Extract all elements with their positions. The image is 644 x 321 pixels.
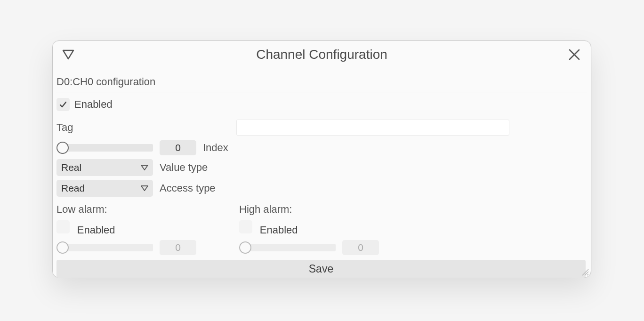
value-type-selected: Real xyxy=(61,162,81,173)
close-icon[interactable] xyxy=(568,48,580,61)
svg-marker-0 xyxy=(63,50,73,59)
high-alarm-header-col: High alarm: xyxy=(239,203,422,216)
low-alarm-enabled-checkbox[interactable] xyxy=(56,220,70,233)
high-alarm-header: High alarm: xyxy=(239,203,292,215)
access-type-row: Read Access type xyxy=(56,180,587,197)
resize-grip-icon[interactable] xyxy=(580,267,589,275)
low-alarm-enabled-label: Enabled xyxy=(77,224,115,236)
value-type-row: Real Value type xyxy=(56,159,587,176)
check-icon xyxy=(59,100,67,109)
low-alarm-header-col: Low alarm: xyxy=(56,203,239,216)
collapse-triangle-icon[interactable] xyxy=(62,48,74,61)
value-type-select[interactable]: Real xyxy=(56,159,153,176)
slider-track xyxy=(247,244,336,251)
svg-marker-3 xyxy=(141,165,148,170)
channel-config-window: Channel Configuration D0:CH0 configurati… xyxy=(52,40,591,278)
low-alarm-value: 0 xyxy=(160,240,196,255)
high-alarm-slider-col: 0 xyxy=(239,240,422,255)
index-label: Index xyxy=(203,142,228,154)
window-title: Channel Configuration xyxy=(256,47,387,62)
index-value[interactable]: 0 xyxy=(160,140,196,155)
svg-marker-4 xyxy=(141,186,148,191)
slider-track xyxy=(64,244,153,251)
index-row: 0 Index xyxy=(56,140,587,155)
chevron-down-icon xyxy=(141,165,148,170)
high-alarm-value: 0 xyxy=(342,240,379,255)
tag-row: Tag xyxy=(56,120,587,136)
titlebar: Channel Configuration xyxy=(53,41,591,68)
high-alarm-enabled-label: Enabled xyxy=(260,224,298,236)
low-alarm-enable-col: Enabled xyxy=(56,220,239,236)
chevron-down-icon xyxy=(141,185,148,191)
alarm-sliders-row: 0 0 xyxy=(56,240,587,255)
access-type-selected: Read xyxy=(61,183,85,194)
low-alarm-slider-col: 0 xyxy=(56,240,239,255)
low-alarm-header: Low alarm: xyxy=(56,203,107,215)
subtitle: D0:CH0 configuration xyxy=(56,73,587,93)
value-type-label: Value type xyxy=(160,161,208,174)
alarm-headers: Low alarm: High alarm: xyxy=(56,203,587,216)
slider-thumb[interactable] xyxy=(56,142,69,154)
enabled-label: Enabled xyxy=(74,98,113,111)
svg-line-7 xyxy=(587,274,588,275)
slider-track xyxy=(64,144,153,152)
high-alarm-slider xyxy=(239,241,336,255)
access-type-select[interactable]: Read xyxy=(56,180,153,197)
enabled-checkbox[interactable] xyxy=(56,98,70,111)
index-slider[interactable] xyxy=(56,141,153,155)
alarm-enable-row: Enabled Enabled xyxy=(56,220,587,236)
high-alarm-enable-col: Enabled xyxy=(239,220,422,236)
high-alarm-enabled-checkbox[interactable] xyxy=(239,220,252,233)
tag-input[interactable] xyxy=(236,120,509,136)
access-type-label: Access type xyxy=(160,182,216,194)
save-button[interactable]: Save xyxy=(56,260,586,278)
tag-label: Tag xyxy=(56,121,236,134)
slider-thumb xyxy=(56,241,69,254)
enabled-row: Enabled xyxy=(56,98,587,111)
slider-thumb xyxy=(239,241,251,254)
content-area: D0:CH0 configuration Enabled Tag 0 Index xyxy=(53,68,591,278)
low-alarm-slider xyxy=(56,241,153,255)
